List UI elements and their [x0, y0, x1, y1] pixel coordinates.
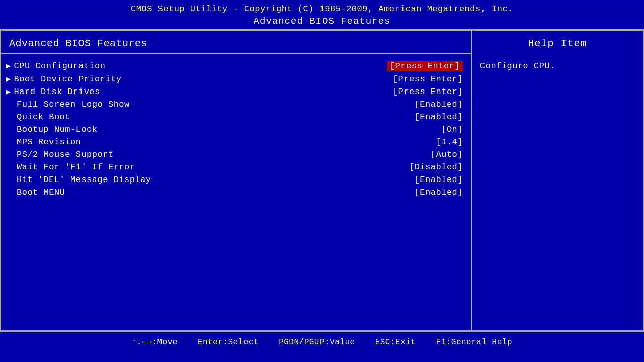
menu-row[interactable]: Wait For 'F1' If Error[Disabled]	[1, 161, 471, 173]
footer-key: ESC:Exit	[375, 338, 416, 347]
menu-value: [Enabled]	[415, 100, 463, 109]
menu-value: [Press Enter]	[393, 74, 463, 84]
top-bar: CMOS Setup Utility - Copyright (C) 1985-…	[0, 0, 644, 30]
footer-key: Enter:Select	[198, 338, 259, 347]
menu-row[interactable]: Bootup Num-Lock[On]	[1, 123, 471, 136]
menu-label: Boot MENU	[6, 188, 415, 197]
main-content: Advanced BIOS Features ▶CPU Configuratio…	[0, 30, 644, 331]
menu-value: [Enabled]	[415, 112, 463, 122]
menu-value: [Enabled]	[415, 175, 463, 185]
menu-value: [1.4]	[436, 137, 463, 147]
menu-row[interactable]: ▶Hard Disk Drives[Press Enter]	[1, 85, 471, 98]
bottom-bar: ↑↓←→:MoveEnter:SelectPGDN/PGUP:ValueESC:…	[0, 331, 644, 352]
top-title-line1: CMOS Setup Utility - Copyright (C) 1985-…	[2, 4, 642, 14]
top-title-line2: Advanced BIOS Features	[2, 16, 642, 27]
menu-label: PS/2 Mouse Support	[6, 150, 431, 159]
menu-list: ▶CPU Configuration[Press Enter]▶Boot Dev…	[1, 59, 471, 199]
menu-row[interactable]: Full Screen Logo Show[Enabled]	[1, 98, 471, 111]
help-text: Configure CPU.	[480, 59, 635, 73]
menu-value: [Disabled]	[409, 162, 463, 172]
menu-row[interactable]: PS/2 Mouse Support[Auto]	[1, 148, 471, 161]
menu-row[interactable]: Boot MENU[Enabled]	[1, 186, 471, 199]
menu-label: Wait For 'F1' If Error	[6, 162, 409, 172]
arrow-icon: ▶	[6, 88, 11, 97]
menu-row[interactable]: Hit 'DEL' Message Display[Enabled]	[1, 173, 471, 186]
left-panel: Advanced BIOS Features ▶CPU Configuratio…	[1, 31, 472, 330]
arrow-icon: ▶	[6, 75, 11, 84]
menu-label: Bootup Num-Lock	[6, 125, 441, 134]
footer-key: F1:General Help	[436, 338, 512, 347]
menu-label: Full Screen Logo Show	[6, 100, 415, 109]
menu-row[interactable]: Quick Boot[Enabled]	[1, 111, 471, 123]
right-panel: Help Item Configure CPU.	[472, 31, 643, 330]
menu-value: [Enabled]	[415, 188, 463, 197]
menu-value: [On]	[441, 125, 463, 134]
footer-key: PGDN/PGUP:Value	[279, 338, 355, 347]
menu-value: [Press Enter]	[393, 87, 463, 97]
arrow-icon: ▶	[6, 62, 11, 71]
menu-value: [Press Enter]	[387, 61, 463, 71]
footer-key: ↑↓←→:Move	[132, 338, 178, 347]
menu-row[interactable]: MPS Revision[1.4]	[1, 136, 471, 148]
menu-label: ▶CPU Configuration	[6, 61, 387, 71]
menu-label: ▶Hard Disk Drives	[6, 87, 393, 97]
menu-label: Quick Boot	[6, 112, 415, 122]
help-title: Help Item	[480, 38, 635, 49]
menu-row[interactable]: ▶CPU Configuration[Press Enter]	[1, 59, 471, 73]
menu-value: [Auto]	[431, 150, 463, 159]
menu-label: MPS Revision	[6, 137, 436, 147]
menu-row[interactable]: ▶Boot Device Priority[Press Enter]	[1, 73, 471, 85]
left-panel-title: Advanced BIOS Features	[1, 36, 471, 54]
menu-label: ▶Boot Device Priority	[6, 74, 393, 84]
menu-label: Hit 'DEL' Message Display	[6, 175, 415, 185]
